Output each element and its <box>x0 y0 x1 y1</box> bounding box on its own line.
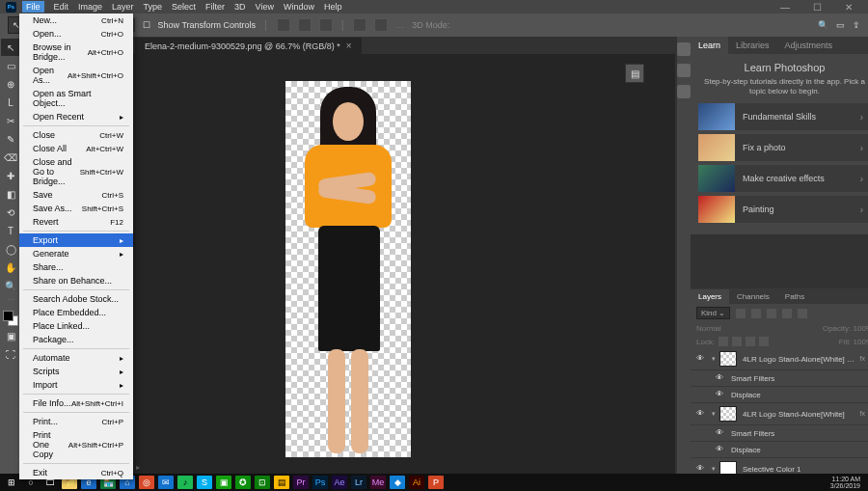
file-menu-item[interactable]: Scripts▸ <box>19 365 133 378</box>
taskbar-app-icon[interactable]: Pr <box>293 476 309 489</box>
visibility-eye-icon[interactable] <box>716 445 725 454</box>
layer-row[interactable]: ▾4LR Logo Stand-Alone[White] copyfx ⌄ <box>691 348 868 370</box>
file-menu-item[interactable]: Generate▸ <box>19 247 133 260</box>
distribute-icon[interactable] <box>374 18 388 32</box>
taskbar-app-icon[interactable]: ⊞ <box>4 476 19 489</box>
history-panel-icon[interactable] <box>677 85 691 98</box>
menu-type[interactable]: Type <box>144 2 163 12</box>
menu-window[interactable]: Window <box>284 2 314 12</box>
filter-type-icon[interactable] <box>767 309 776 318</box>
file-menu-item[interactable]: Open as Smart Object... <box>19 87 133 110</box>
opacity-value[interactable]: 100% <box>854 324 869 333</box>
brush-tool[interactable]: ✚ <box>1 167 20 184</box>
menu-file[interactable]: File <box>22 1 44 13</box>
minimize-button[interactable]: — <box>780 2 790 13</box>
menu-edit[interactable]: Edit <box>54 2 69 12</box>
document-canvas[interactable] <box>285 81 411 457</box>
layer-row[interactable]: Displace <box>691 442 868 458</box>
menu-filter[interactable]: Filter <box>205 2 225 12</box>
filter-smart-icon[interactable] <box>798 309 807 318</box>
layer-thumbnail[interactable] <box>719 406 737 422</box>
taskbar-app-icon[interactable]: Lr <box>351 476 366 489</box>
zoom-tool[interactable]: 🔍 <box>1 277 20 294</box>
file-menu-item[interactable]: Open Recent▸ <box>19 110 133 123</box>
file-menu-item[interactable]: Place Linked... <box>19 319 133 333</box>
taskbar-app-icon[interactable]: ◎ <box>139 476 154 489</box>
menu-layer[interactable]: Layer <box>112 2 134 12</box>
expand-arrow-icon[interactable]: ▾ <box>712 355 716 363</box>
file-menu-item[interactable]: Browse in Bridge...Alt+Ctrl+O <box>19 41 133 64</box>
filter-shape-icon[interactable] <box>782 309 792 318</box>
close-button[interactable]: ✕ <box>845 2 853 13</box>
file-menu-item[interactable]: Print One CopyAlt+Shift+Ctrl+P <box>19 428 133 461</box>
layer-row[interactable]: Displace <box>691 387 868 403</box>
visibility-eye-icon[interactable] <box>716 373 725 383</box>
layer-row[interactable]: ▾4LR Logo Stand-Alone[White]fx ⌄ <box>691 403 868 425</box>
taskbar-app-icon[interactable]: ▤ <box>274 476 289 489</box>
layer-thumbnail[interactable] <box>719 351 737 367</box>
shape-tool[interactable]: ◯ <box>1 240 20 258</box>
expand-arrow-icon[interactable]: ▾ <box>712 465 716 473</box>
align-icon[interactable] <box>298 18 312 32</box>
tab-layers[interactable]: Layers <box>691 289 729 304</box>
fx-badge[interactable]: fx ⌄ <box>860 355 868 363</box>
blend-mode-dropdown[interactable]: Normal <box>696 324 721 333</box>
menu-select[interactable]: Select <box>172 2 196 12</box>
visibility-eye-icon[interactable] <box>696 409 706 419</box>
search-icon[interactable]: 🔍 <box>818 20 828 30</box>
align-icon[interactable] <box>277 18 290 32</box>
move-tool[interactable]: ↖ <box>1 39 20 56</box>
taskbar-app-icon[interactable]: Ps <box>312 476 328 489</box>
tab-libraries[interactable]: Libraries <box>728 37 777 54</box>
tab-adjustments[interactable]: Adjustments <box>777 37 841 54</box>
taskbar-app-icon[interactable]: ♪ <box>177 476 193 489</box>
document-tab[interactable]: Elena-2-medium-9300529.png @ 66.7% (RGB/… <box>135 38 362 54</box>
learn-row-painting[interactable]: Painting › <box>698 196 868 223</box>
healing-tool[interactable]: ⌫ <box>1 149 20 166</box>
file-menu-item[interactable]: Share... <box>19 260 133 274</box>
file-menu-item[interactable]: Package... <box>19 333 133 346</box>
taskbar-app-icon[interactable]: ⊡ <box>255 476 270 489</box>
fill-value[interactable]: 100% <box>854 338 869 346</box>
share-icon[interactable]: ⇪ <box>853 20 860 30</box>
filter-adjust-icon[interactable] <box>751 309 761 318</box>
taskbar-app-icon[interactable]: ✉ <box>158 476 174 489</box>
file-menu-item[interactable]: File Info...Alt+Shift+Ctrl+I <box>19 396 133 410</box>
tab-learn[interactable]: Learn <box>691 37 728 54</box>
visibility-eye-icon[interactable] <box>696 464 706 474</box>
hand-tool[interactable]: ✋ <box>1 259 20 276</box>
lasso-tool[interactable]: ⊕ <box>1 75 20 93</box>
properties-icon[interactable]: ▤ <box>625 64 644 83</box>
visibility-eye-icon[interactable] <box>716 390 725 399</box>
quick-mask-icon[interactable]: ▣ <box>1 327 20 344</box>
file-menu-item[interactable]: CloseCtrl+W <box>19 128 133 142</box>
taskbar-app-icon[interactable]: ▣ <box>216 476 231 489</box>
file-menu-item[interactable]: Place Embedded... <box>19 306 133 319</box>
file-menu-item[interactable]: Export▸ <box>19 233 133 247</box>
tab-paths[interactable]: Paths <box>777 289 812 304</box>
file-menu-item[interactable]: ExitCtrl+Q <box>19 466 133 479</box>
file-menu-item[interactable]: RevertF12 <box>19 215 133 229</box>
expand-arrow-icon[interactable]: ▾ <box>712 410 716 418</box>
workspace-icon[interactable]: ▭ <box>836 20 845 30</box>
taskbar-app-icon[interactable]: ◆ <box>390 476 405 489</box>
file-menu-item[interactable]: Save As...Shift+Ctrl+S <box>19 202 133 215</box>
filter-pixel-icon[interactable] <box>736 309 746 318</box>
eyedropper-tool[interactable]: ✎ <box>1 130 20 148</box>
distribute-icon[interactable] <box>353 18 366 32</box>
file-menu-item[interactable]: New...Ctrl+N <box>19 14 133 27</box>
menu-image[interactable]: Image <box>78 2 102 12</box>
color-swatches[interactable] <box>3 311 18 326</box>
learn-row-effects[interactable]: Make creative effects › <box>698 165 868 192</box>
menu-3d[interactable]: 3D <box>234 2 246 12</box>
crop-tool[interactable]: ✂ <box>1 112 20 129</box>
layer-row[interactable]: Smart Filters <box>691 370 868 387</box>
fx-badge[interactable]: fx ⌄ <box>860 410 868 418</box>
color-panel-icon[interactable] <box>677 42 691 56</box>
maximize-button[interactable]: ☐ <box>813 2 822 13</box>
file-menu-item[interactable]: Open As...Alt+Shift+Ctrl+O <box>19 64 133 87</box>
file-menu-item[interactable]: SaveCtrl+S <box>19 188 133 202</box>
file-menu-item[interactable]: Close and Go to Bridge...Shift+Ctrl+W <box>19 155 133 188</box>
taskbar-clock[interactable]: 11:20 AM 3/26/2019 <box>830 476 864 489</box>
foreground-color[interactable] <box>3 311 14 321</box>
